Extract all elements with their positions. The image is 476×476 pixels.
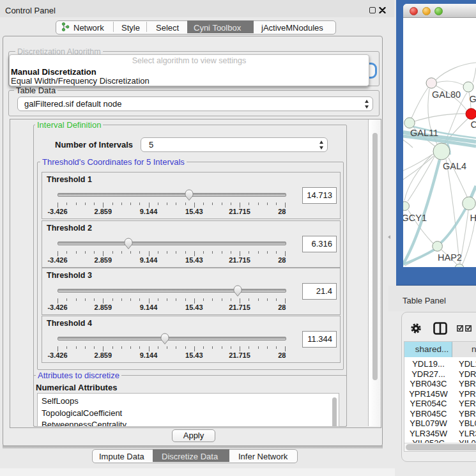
svg-text:GCY1: GCY1	[403, 213, 427, 223]
svg-text:GAL11: GAL11	[410, 128, 438, 138]
svg-text:H: H	[470, 213, 476, 223]
svg-text:GAL80: GAL80	[432, 89, 461, 100]
svg-text:GA: GA	[470, 94, 476, 104]
svg-text:C: C	[471, 119, 476, 130]
svg-text:HAP2: HAP2	[438, 252, 462, 263]
svg-text:GAL4: GAL4	[443, 161, 466, 171]
